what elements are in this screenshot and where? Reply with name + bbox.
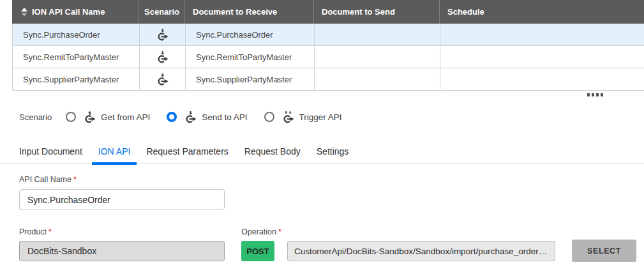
tab-ion-api[interactable]: ION API xyxy=(98,140,131,163)
required-asterisk: * xyxy=(73,175,77,184)
cell-document-to-receive: Sync.SupplierPartyMaster xyxy=(186,68,315,90)
required-asterisk: * xyxy=(49,227,52,236)
table-header-row: ION API Call Name Scenario Document to R… xyxy=(12,0,644,24)
table-row[interactable]: Sync.SupplierPartyMaster Sync.SupplierPa… xyxy=(13,68,644,91)
cell-schedule xyxy=(440,46,644,68)
cell-scenario xyxy=(140,24,186,45)
label-text: Product xyxy=(19,227,47,236)
column-header-document-to-send[interactable]: Document to Send xyxy=(314,0,440,24)
tab-request-body[interactable]: Request Body xyxy=(244,140,301,163)
required-asterisk: * xyxy=(278,227,281,236)
product-label: Product* xyxy=(19,227,52,236)
api-call-name-label: API Call Name* xyxy=(19,175,77,184)
ion-api-mapping-screen: ION API Call Name Scenario Document to R… xyxy=(0,0,644,267)
tab-input-document[interactable]: Input Document xyxy=(19,140,82,163)
radio-option-send-to-api[interactable]: Send to API xyxy=(167,111,247,124)
cell-document-to-send xyxy=(315,68,440,90)
select-operation-button[interactable]: SELECT xyxy=(572,240,636,262)
radio-label: Get from API xyxy=(101,112,150,122)
cell-document-to-send xyxy=(315,46,440,68)
cell-scenario xyxy=(140,46,186,68)
cell-schedule xyxy=(440,24,644,45)
table-row[interactable]: Sync.RemitToPartyMaster Sync.RemitToPart… xyxy=(13,46,644,68)
cell-api-call-name: Sync.PurchaseOrder xyxy=(13,24,140,45)
api-calls-table: ION API Call Name Scenario Document to R… xyxy=(12,0,644,91)
radio-unchecked[interactable] xyxy=(66,112,76,122)
send-to-api-icon xyxy=(155,28,170,42)
send-to-api-icon xyxy=(155,73,170,86)
cell-api-call-name: Sync.RemitToPartyMaster xyxy=(13,46,140,68)
product-input[interactable] xyxy=(19,241,225,261)
tab-settings[interactable]: Settings xyxy=(317,140,349,163)
column-header-scenario[interactable]: Scenario xyxy=(139,0,185,24)
tab-request-parameters[interactable]: Request Parameters xyxy=(146,140,228,163)
http-method-badge: POST xyxy=(241,241,274,261)
send-to-api-icon xyxy=(155,50,170,64)
scenario-radio-group: Scenario Get from API Send to API xyxy=(19,109,359,125)
get-from-api-icon xyxy=(82,111,97,124)
send-to-api-icon xyxy=(183,111,198,124)
radio-unchecked[interactable] xyxy=(264,112,274,122)
column-header-ion-api-call-name[interactable]: ION API Call Name xyxy=(12,0,139,24)
table-row[interactable]: Sync.PurchaseOrder Sync.PurchaseOrder xyxy=(13,24,644,46)
cell-document-to-receive: Sync.PurchaseOrder xyxy=(186,24,315,45)
scenario-group-label: Scenario xyxy=(19,112,66,122)
column-label: ION API Call Name xyxy=(32,7,105,17)
radio-checked[interactable] xyxy=(167,112,177,122)
table-resize-handle[interactable] xyxy=(587,93,603,96)
trigger-api-icon xyxy=(281,111,296,124)
cell-api-call-name: Sync.SupplierPartyMaster xyxy=(13,68,140,90)
label-text: Operation xyxy=(241,227,276,236)
column-header-document-to-receive[interactable]: Document to Receive xyxy=(185,0,314,24)
tab-bar: Input Document ION API Request Parameter… xyxy=(0,139,644,164)
cell-document-to-receive: Sync.RemitToPartyMaster xyxy=(186,46,315,68)
cell-document-to-send xyxy=(315,24,440,45)
cell-schedule xyxy=(440,68,644,90)
label-text: API Call Name xyxy=(19,175,71,184)
cell-scenario xyxy=(140,68,186,90)
radio-label: Send to API xyxy=(202,112,247,122)
operation-endpoint-input[interactable] xyxy=(287,241,555,261)
operation-label: Operation* xyxy=(241,227,281,236)
api-call-name-input[interactable] xyxy=(19,189,225,210)
sort-icon[interactable] xyxy=(21,8,27,17)
radio-option-trigger-api[interactable]: Trigger API xyxy=(264,111,342,124)
column-header-schedule[interactable]: Schedule xyxy=(440,0,644,24)
radio-label: Trigger API xyxy=(299,112,342,122)
table-body: Sync.PurchaseOrder Sync.PurchaseOrder Sy… xyxy=(12,24,644,91)
radio-option-get-from-api[interactable]: Get from API xyxy=(66,111,150,124)
